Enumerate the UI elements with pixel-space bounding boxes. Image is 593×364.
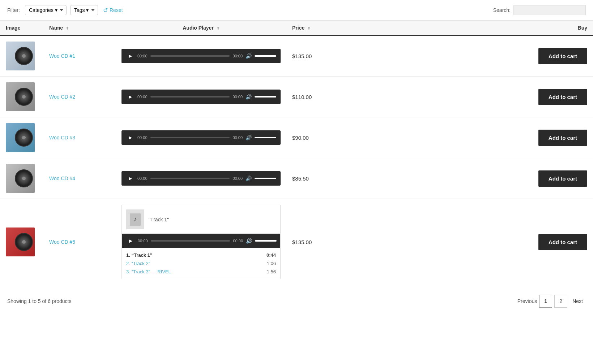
product-link[interactable]: Woo CD #4 [49, 176, 75, 181]
product-link[interactable]: Woo CD #2 [49, 94, 75, 100]
page-2-button[interactable]: 2 [554, 295, 567, 308]
volume-bar[interactable] [255, 178, 276, 179]
product-player-cell-4: ▶ 00:00 00:00 🔊 [116, 158, 286, 199]
progress-bar[interactable] [150, 178, 230, 179]
current-time: 00:00 [137, 95, 148, 99]
add-to-cart-button[interactable]: Add to cart [538, 48, 587, 64]
product-name-cell-5: Woo CD #5 [43, 199, 116, 285]
table-row: Woo CD #4 ▶ 00:00 00:00 🔊 $85.50Add to c… [0, 158, 593, 199]
audio-player: ▶ 00:00 00:00 🔊 [121, 49, 281, 63]
product-image [6, 82, 35, 111]
reset-button[interactable]: ↺ Reset [103, 7, 123, 14]
audio-player: ▶ 00:00 00:00 🔊 [122, 234, 281, 248]
reset-icon: ↺ [103, 7, 108, 14]
volume-icon: 🔊 [246, 94, 252, 100]
product-image-cell-3 [0, 117, 43, 158]
track-item[interactable]: 3. “Track 3” — RIVEL 1:56 [126, 268, 276, 276]
volume-bar[interactable] [255, 137, 276, 138]
product-player-cell-2: ▶ 00:00 00:00 🔊 [116, 77, 286, 117]
total-time: 00:00 [232, 135, 243, 140]
product-image [6, 123, 35, 152]
col-price[interactable]: Price ⬍ [286, 21, 351, 35]
product-price: $90.00 [292, 135, 309, 141]
tags-filter[interactable]: Tags ▾ [70, 5, 98, 15]
volume-bar[interactable] [255, 240, 277, 242]
product-name-cell-1: Woo CD #1 [43, 35, 116, 77]
cd-disc [15, 88, 33, 106]
track-number-title: 1. “Track 1” [126, 252, 152, 258]
add-to-cart-button[interactable]: Add to cart [538, 234, 587, 250]
table-row: Woo CD #1 ▶ 00:00 00:00 🔊 $135.00Add to … [0, 35, 593, 77]
product-image-cell-2 [0, 77, 43, 117]
play-button[interactable]: ▶ [126, 133, 135, 142]
progress-bar[interactable] [150, 137, 230, 138]
product-buy-cell-5: Add to cart [351, 199, 593, 285]
play-button[interactable]: ▶ [126, 92, 135, 101]
current-time: 00:00 [138, 239, 148, 243]
progress-bar[interactable] [150, 96, 230, 98]
filter-bar: Filter: Categories ▾ Tags ▾ ↺ Reset Sear… [0, 0, 593, 21]
current-time: 00:00 [137, 176, 148, 181]
audio-player: ▶ 00:00 00:00 🔊 [121, 130, 281, 145]
product-buy-cell-1: Add to cart [351, 35, 593, 77]
product-price: $135.00 [292, 239, 312, 245]
volume-icon: 🔊 [246, 53, 252, 59]
track-link[interactable]: 2. “Track 2” [126, 261, 150, 266]
col-name[interactable]: Name ⬍ [43, 21, 116, 35]
filter-label: Filter: [7, 7, 20, 13]
col-buy: Buy [351, 21, 593, 35]
audio-player: ▶ 00:00 00:00 🔊 [121, 171, 281, 186]
search-label: Search: [493, 7, 511, 13]
track-item[interactable]: 1. “Track 1” 0:44 [126, 251, 276, 259]
add-to-cart-button[interactable]: Add to cart [538, 170, 587, 187]
product-image-cell-5 [0, 199, 43, 285]
product-name-cell-3: Woo CD #3 [43, 117, 116, 158]
page-1-button[interactable]: 1 [539, 295, 552, 308]
cd-disc [15, 233, 33, 251]
product-price: $135.00 [292, 53, 312, 59]
product-link[interactable]: Woo CD #1 [49, 53, 75, 59]
track-title-display: "Track 1" [149, 217, 169, 222]
volume-bar[interactable] [255, 96, 276, 98]
volume-bar[interactable] [255, 55, 276, 57]
product-link[interactable]: Woo CD #3 [49, 135, 75, 140]
track-list: 1. “Track 1” 0:44 2. “Track 2” 1:06 3. “… [122, 248, 280, 279]
footer-bar: Showing 1 to 5 of 6 products Previous 1 … [0, 288, 593, 314]
add-to-cart-button[interactable]: Add to cart [538, 130, 587, 146]
track-item[interactable]: 2. “Track 2” 1:06 [126, 259, 276, 268]
progress-bar[interactable] [151, 240, 230, 242]
track-duration: 1:56 [267, 269, 276, 274]
products-table: Image Name ⬍ Audio Player ⬍ Price ⬍ Buy … [0, 21, 593, 285]
track-link[interactable]: 3. “Track 3” — RIVEL [126, 269, 171, 274]
audio-player: ▶ 00:00 00:00 🔊 [121, 90, 281, 104]
track-header: ♪ "Track 1" [122, 205, 280, 234]
product-buy-cell-2: Add to cart [351, 77, 593, 117]
product-link[interactable]: Woo CD #5 [49, 239, 75, 245]
product-image-cell-1 [0, 35, 43, 77]
play-button[interactable]: ▶ [126, 52, 135, 60]
products-body: Woo CD #1 ▶ 00:00 00:00 🔊 $135.00Add to … [0, 35, 593, 285]
next-button[interactable]: Next [569, 295, 586, 308]
play-button[interactable]: ▶ [126, 174, 135, 183]
play-button[interactable]: ▶ [126, 237, 135, 245]
product-name-cell-2: Woo CD #2 [43, 77, 116, 117]
add-to-cart-button[interactable]: Add to cart [538, 89, 587, 105]
col-audio-player[interactable]: Audio Player ⬍ [116, 21, 286, 35]
volume-icon: 🔊 [246, 135, 252, 140]
table-header: Image Name ⬍ Audio Player ⬍ Price ⬍ Buy [0, 21, 593, 35]
total-time: 00:00 [233, 239, 243, 243]
table-row: Woo CD #5 ♪ "Track 1" ▶ 00:00 00:00 [0, 199, 593, 285]
svg-text:♪: ♪ [134, 216, 137, 223]
product-image-cell-4 [0, 158, 43, 199]
product-name-cell-4: Woo CD #4 [43, 158, 116, 199]
showing-text: Showing 1 to 5 of 6 products [7, 298, 71, 304]
track-duration: 0:44 [266, 252, 276, 258]
progress-bar[interactable] [150, 55, 230, 57]
table-row: Woo CD #3 ▶ 00:00 00:00 🔊 $90.00Add to c… [0, 117, 593, 158]
cd-disc [15, 169, 33, 187]
categories-filter[interactable]: Categories ▾ [25, 5, 67, 15]
col-image: Image [0, 21, 43, 35]
search-input[interactable] [513, 5, 586, 15]
table-row: Woo CD #2 ▶ 00:00 00:00 🔊 $110.00Add to … [0, 77, 593, 117]
total-time: 00:00 [232, 95, 243, 99]
